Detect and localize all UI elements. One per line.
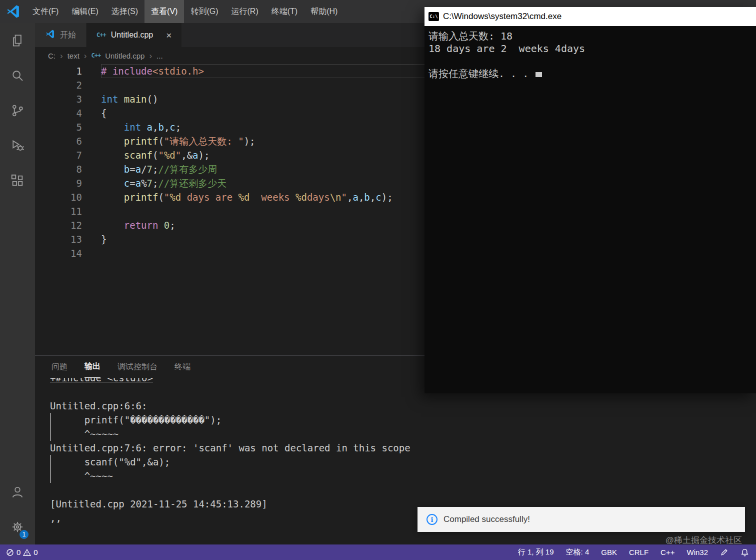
menu-item[interactable]: 选择(S) [105,0,144,23]
breadcrumb-file[interactable]: Untitled.cpp [105,52,144,60]
chevron-right-icon: › [149,52,152,60]
line-number[interactable]: 3 [35,92,101,106]
problems-status[interactable]: 0 0 [6,548,38,556]
platform-status[interactable]: Win32 [686,548,708,556]
output-line: Untitled.cpp:7:6: error: 'scanf' was not… [50,441,751,455]
warning-count: 0 [34,548,38,556]
cmd-icon: C:\ [428,12,439,21]
activity-bar: 1 [0,23,35,544]
chevron-right-icon: › [60,52,63,60]
source-control-icon[interactable] [0,93,35,128]
notifications-bell-icon[interactable] [740,548,749,556]
line-number[interactable]: 4 [35,106,101,120]
cursor-position[interactable]: 行 1, 列 19 [518,547,554,557]
line-number[interactable]: 6 [35,134,101,148]
close-tab-icon[interactable]: × [166,31,172,40]
line-number[interactable]: 8 [35,162,101,176]
error-count: 0 [16,548,20,556]
line-number[interactable]: 5 [35,120,101,134]
line-number[interactable]: 10 [35,190,101,204]
menu-item[interactable]: 编辑(E) [65,0,104,23]
cmd-output: 请输入总天数: 1818 days are 2 weeks 4days 请按任意… [424,26,756,393]
chevron-right-icon: › [84,52,87,60]
menu-item[interactable]: 帮助(H) [304,0,344,23]
line-number[interactable]: 2 [35,78,101,92]
panel-tab[interactable]: 终端 [174,356,190,378]
settings-badge: 1 [20,530,28,539]
breadcrumb-folder[interactable]: text [68,52,80,60]
language-mode[interactable]: C++ [660,548,674,556]
vscode-tab-icon [45,29,55,41]
tab-start[interactable]: 开始 [35,23,86,47]
breadcrumb-more[interactable]: ... [156,52,163,60]
encoding-status[interactable]: GBK [601,548,617,556]
tab-untitled-cpp[interactable]: C++ Untitled.cpp × [86,23,182,47]
line-number[interactable]: 11 [35,204,101,218]
tab-file-label: Untitled.cpp [111,31,154,40]
cpp-file-icon: C++ [92,52,101,59]
menu-items: 文件(F)编辑(E)选择(S)查看(V)转到(G)运行(R)终端(T)帮助(H) [26,0,344,23]
run-debug-icon[interactable] [0,128,35,163]
search-icon[interactable] [0,58,35,93]
menu-item[interactable]: 运行(R) [225,0,265,23]
vscode-logo-icon [0,4,26,19]
feedback-pencil-icon[interactable] [720,548,728,556]
output-line [50,483,751,497]
tab-start-label: 开始 [60,30,76,41]
error-icon [6,548,14,556]
explorer-icon[interactable] [0,23,35,58]
menu-item[interactable]: 转到(G) [184,0,224,23]
cpp-file-icon: C++ [96,32,106,39]
cmd-line [428,55,756,68]
notification-toast[interactable]: i Compiled successfully! [418,507,745,532]
status-bar: 0 0 行 1, 列 19 空格: 4 GBK CRLF C++ Win32 [0,544,756,560]
menu-item[interactable]: 文件(F) [26,0,65,23]
settings-gear-icon[interactable]: 1 [0,509,35,544]
eol-status[interactable]: CRLF [629,548,648,556]
line-number[interactable]: 13 [35,232,101,246]
cmd-title-bar[interactable]: C:\ C:\Windows\system32\cmd.exe [424,7,756,26]
info-icon: i [426,514,438,525]
line-number[interactable]: 14 [35,246,101,260]
line-number[interactable]: 7 [35,148,101,162]
output-line: Untitled.cpp:6:6: [50,399,751,413]
panel-tab[interactable]: 输出 [84,356,100,378]
warning-icon [23,548,31,556]
account-icon[interactable] [0,474,35,509]
menu-item[interactable]: 终端(T) [265,0,304,23]
panel-tab[interactable]: 调试控制台 [118,356,158,378]
cmd-title-text: C:\Windows\system32\cmd.exe [443,12,562,22]
line-number[interactable]: 9 [35,176,101,190]
cmd-line: 18 days are 2 weeks 4days [428,43,756,55]
cmd-window: C:\ C:\Windows\system32\cmd.exe 请输入总天数: … [424,7,756,393]
breadcrumb-drive[interactable]: C: [48,52,56,60]
line-number[interactable]: 1 [35,64,101,78]
panel-tab[interactable]: 问题 [52,356,68,378]
cmd-line: 请输入总天数: 18 [428,30,756,43]
output-line: printf("�������������"); [50,413,751,427]
output-line: ^~~~~ [50,469,751,483]
output-line: scanf("%d",&a); [50,455,751,469]
line-number[interactable]: 12 [35,218,101,232]
output-line: ^~~~~~ [50,427,751,441]
cmd-cursor [536,72,542,77]
cmd-line: 请按任意键继续. . . [428,68,756,80]
menu-item[interactable]: 查看(V) [144,0,184,23]
extensions-icon[interactable] [0,163,35,198]
indentation-status[interactable]: 空格: 4 [566,547,590,557]
notification-message: Compiled successfully! [444,514,530,524]
